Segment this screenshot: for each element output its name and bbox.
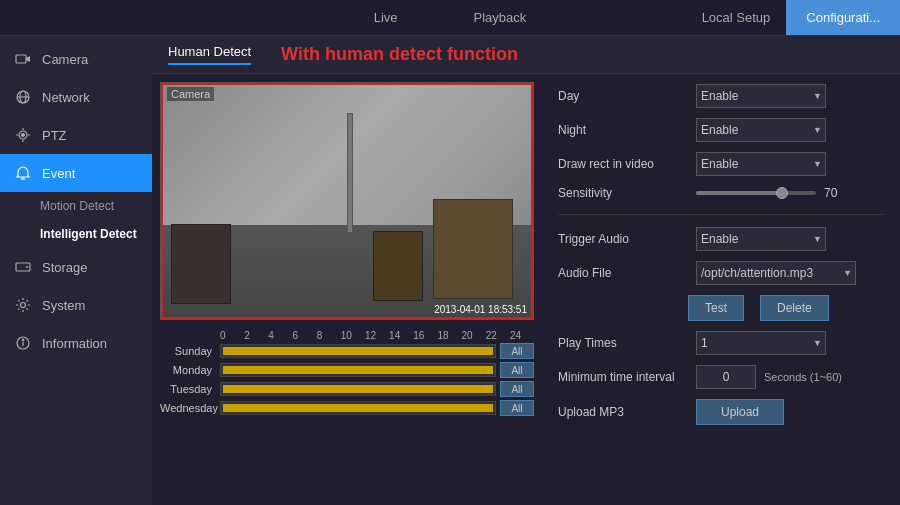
setting-night-label: Night [558, 123, 688, 137]
sidebar-subitem-intelligent-detect[interactable]: Intelligent Detect [0, 220, 152, 248]
slider-thumb[interactable] [776, 187, 788, 199]
all-btn-tuesday[interactable]: All [500, 381, 534, 397]
sidebar-item-system[interactable]: System [0, 286, 152, 324]
tl-10: 10 [341, 330, 365, 341]
sidebar-item-camera[interactable]: Camera [0, 40, 152, 78]
tl-4: 4 [268, 330, 292, 341]
day-select[interactable]: EnableDisable [696, 84, 826, 108]
svg-point-15 [21, 303, 26, 308]
local-setup-button[interactable]: Local Setup [686, 0, 787, 35]
setting-min-interval-row: Minimum time interval Seconds (1~60) [558, 365, 884, 389]
timeline-fill-monday [223, 366, 493, 374]
day-sunday: Sunday [160, 345, 220, 357]
setting-play-times-label: Play Times [558, 336, 688, 350]
setting-drawrect-row: Draw rect in video EnableDisable [558, 152, 884, 176]
setting-upload-mp3-label: Upload MP3 [558, 405, 688, 419]
camera-feed: Camera 2013-04-01 18:53:51 [160, 82, 534, 320]
nav-live[interactable]: Live [366, 6, 406, 29]
night-select-wrapper: EnableDisable [696, 118, 826, 142]
tab-header: Human Detect With human detect function [152, 36, 900, 74]
setting-audio-file-label: Audio File [558, 266, 688, 280]
play-times-select-wrapper: 123510 [696, 331, 826, 355]
camera-icon [14, 50, 32, 68]
all-btn-wednesday[interactable]: All [500, 400, 534, 416]
setting-trigger-audio-label: Trigger Audio [558, 232, 688, 246]
settings-panel: Day EnableDisable Night EnableDisable [542, 74, 900, 505]
tl-2: 2 [244, 330, 268, 341]
all-btn-sunday[interactable]: All [500, 343, 534, 359]
svg-rect-0 [16, 55, 26, 63]
delete-button[interactable]: Delete [760, 295, 829, 321]
tl-8: 8 [317, 330, 341, 341]
all-btn-monday[interactable]: All [500, 362, 534, 378]
timeline-bar-wednesday[interactable] [220, 401, 496, 415]
cam-object2 [433, 199, 513, 299]
upload-button[interactable]: Upload [696, 399, 784, 425]
day-monday: Monday [160, 364, 220, 376]
timeline-row-wednesday: Wednesday All [160, 400, 534, 416]
cam-timestamp: 2013-04-01 18:53:51 [434, 304, 527, 315]
audio-file-select[interactable]: /opt/ch/attention.mp3 [696, 261, 856, 285]
sidebar: Camera Network PTZ Event Motion Detect I… [0, 36, 152, 505]
system-icon [14, 296, 32, 314]
storage-icon [14, 258, 32, 276]
sidebar-subitem-motion-detect[interactable]: Motion Detect [0, 192, 152, 220]
day-wednesday: Wednesday [160, 402, 220, 414]
min-interval-unit: Seconds (1~60) [764, 371, 842, 383]
cam-object3 [373, 231, 423, 301]
play-times-select[interactable]: 123510 [696, 331, 826, 355]
configuration-button[interactable]: Configurati... [786, 0, 900, 35]
timeline-bar-monday[interactable] [220, 363, 496, 377]
top-nav-center: Live Playback [366, 6, 535, 29]
setting-min-interval-label: Minimum time interval [558, 370, 688, 384]
content-body: Camera 2013-04-01 18:53:51 0 2 4 6 8 10 … [152, 74, 900, 505]
event-icon [14, 164, 32, 182]
timeline-row-tuesday: Tuesday All [160, 381, 534, 397]
timeline-row-monday: Monday All [160, 362, 534, 378]
tl-22: 22 [486, 330, 510, 341]
sidebar-item-ptz[interactable]: PTZ [0, 116, 152, 154]
camera-section: Camera 2013-04-01 18:53:51 0 2 4 6 8 10 … [152, 74, 542, 505]
setting-trigger-audio-row: Trigger Audio EnableDisable [558, 227, 884, 251]
test-button[interactable]: Test [688, 295, 744, 321]
tab-human-detect[interactable]: Human Detect [168, 44, 251, 65]
slider-fill [696, 191, 782, 195]
setting-audio-file-row: Audio File /opt/ch/attention.mp3 [558, 261, 884, 285]
sensitivity-value: 70 [824, 186, 848, 200]
svg-point-18 [22, 339, 24, 341]
setting-night-row: Night EnableDisable [558, 118, 884, 142]
night-select[interactable]: EnableDisable [696, 118, 826, 142]
ptz-icon [14, 126, 32, 144]
information-icon [14, 334, 32, 352]
tab-title-text: With human detect function [281, 44, 518, 65]
drawrect-select[interactable]: EnableDisable [696, 152, 826, 176]
timeline-section: 0 2 4 6 8 10 12 14 16 18 20 22 24 [160, 330, 534, 419]
sidebar-item-storage[interactable]: Storage [0, 248, 152, 286]
sensitivity-slider[interactable] [696, 191, 816, 195]
sidebar-item-information[interactable]: Information [0, 324, 152, 362]
sidebar-item-event[interactable]: Event [0, 154, 152, 192]
network-icon [14, 88, 32, 106]
trigger-audio-select-wrapper: EnableDisable [696, 227, 826, 251]
timeline-fill-wednesday [223, 404, 493, 412]
setting-drawrect-label: Draw rect in video [558, 157, 688, 171]
min-interval-input[interactable] [696, 365, 756, 389]
svg-point-6 [22, 134, 25, 137]
sidebar-label-information: Information [42, 336, 107, 351]
sidebar-label-camera: Camera [42, 52, 88, 67]
drawrect-select-wrapper: EnableDisable [696, 152, 826, 176]
test-delete-row: Test Delete [558, 295, 884, 321]
sidebar-label-network: Network [42, 90, 90, 105]
day-tuesday: Tuesday [160, 383, 220, 395]
timeline-bar-sunday[interactable] [220, 344, 496, 358]
tl-24: 24 [510, 330, 534, 341]
timeline-labels: 0 2 4 6 8 10 12 14 16 18 20 22 24 [160, 330, 534, 341]
sidebar-item-network[interactable]: Network [0, 78, 152, 116]
top-nav: Live Playback Local Setup Configurati... [0, 0, 900, 36]
timeline-bar-tuesday[interactable] [220, 382, 496, 396]
sidebar-label-storage: Storage [42, 260, 88, 275]
setting-play-times-row: Play Times 123510 [558, 331, 884, 355]
nav-playback[interactable]: Playback [466, 6, 535, 29]
sidebar-label-event: Event [42, 166, 75, 181]
trigger-audio-select[interactable]: EnableDisable [696, 227, 826, 251]
